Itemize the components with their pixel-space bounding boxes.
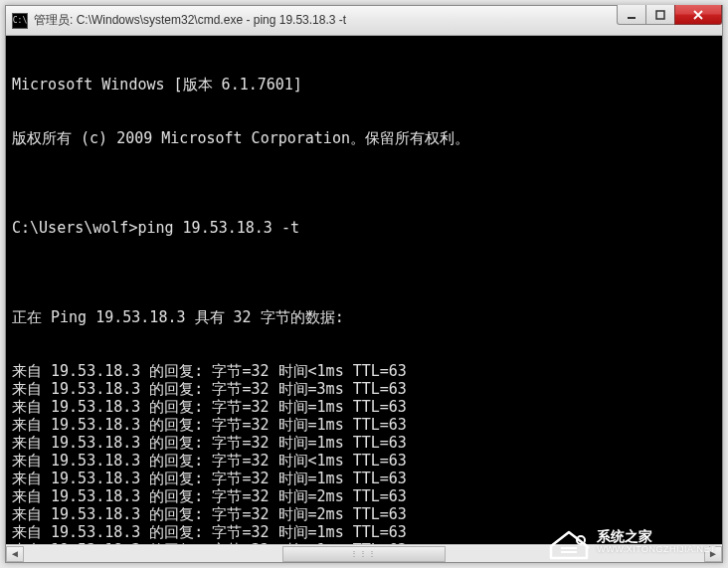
watermark-logo-icon [547,524,591,560]
terminal-line: Microsoft Windows [版本 6.1.7601] [12,76,716,94]
ping-reply-line: 来自 19.53.18.3 的回复: 字节=32 时间<1ms TTL=63 [12,452,716,470]
scrollbar-thumb[interactable]: ⋮⋮⋮ [282,546,446,562]
scroll-left-button[interactable]: ◄ [6,546,24,562]
maximize-icon [655,10,665,20]
window-controls [618,5,722,25]
window-title: 管理员: C:\Windows\system32\cmd.exe - ping … [34,12,346,29]
watermark-url: WWW.XITONGZHIJIA.NET [597,545,716,555]
ping-reply-line: 来自 19.53.18.3 的回复: 字节=32 时间=1ms TTL=63 [12,398,716,416]
ping-reply-line: 来自 19.53.18.3 的回复: 字节=32 时间=1ms TTL=63 [12,416,716,434]
close-button[interactable] [674,5,722,25]
close-icon [692,10,704,20]
ping-replies: 来自 19.53.18.3 的回复: 字节=32 时间<1ms TTL=63来自… [12,362,716,544]
minimize-button[interactable] [617,5,646,25]
terminal-line: 版权所有 (c) 2009 Microsoft Corporation。保留所有… [12,129,716,147]
app-icon: C:\ [12,13,28,29]
svg-rect-0 [628,17,636,19]
svg-rect-1 [656,11,664,19]
ping-reply-line: 来自 19.53.18.3 的回复: 字节=32 时间=3ms TTL=63 [12,380,716,398]
ping-reply-line: 来自 19.53.18.3 的回复: 字节=32 时间<1ms TTL=63 [12,362,716,380]
maximize-button[interactable] [645,5,675,25]
terminal-output[interactable]: Microsoft Windows [版本 6.1.7601] 版权所有 (c)… [6,36,722,544]
minimize-icon [627,10,637,20]
watermark-brand: 系统之家 [597,529,716,544]
ping-reply-line: 来自 19.53.18.3 的回复: 字节=32 时间=1ms TTL=63 [12,470,716,487]
watermark: 系统之家 WWW.XITONGZHIJIA.NET [547,524,716,560]
ping-reply-line: 来自 19.53.18.3 的回复: 字节=32 时间=2ms TTL=63 [12,505,716,523]
titlebar[interactable]: C:\ 管理员: C:\Windows\system32\cmd.exe - p… [6,6,722,36]
prompt-line: C:\Users\wolf>ping 19.53.18.3 -t [12,219,716,237]
cmd-window: C:\ 管理员: C:\Windows\system32\cmd.exe - p… [5,5,723,563]
ping-header: 正在 Ping 19.53.18.3 具有 32 字节的数据: [12,308,716,326]
ping-reply-line: 来自 19.53.18.3 的回复: 字节=32 时间=1ms TTL=63 [12,434,716,452]
ping-reply-line: 来自 19.53.18.3 的回复: 字节=32 时间=2ms TTL=63 [12,487,716,505]
